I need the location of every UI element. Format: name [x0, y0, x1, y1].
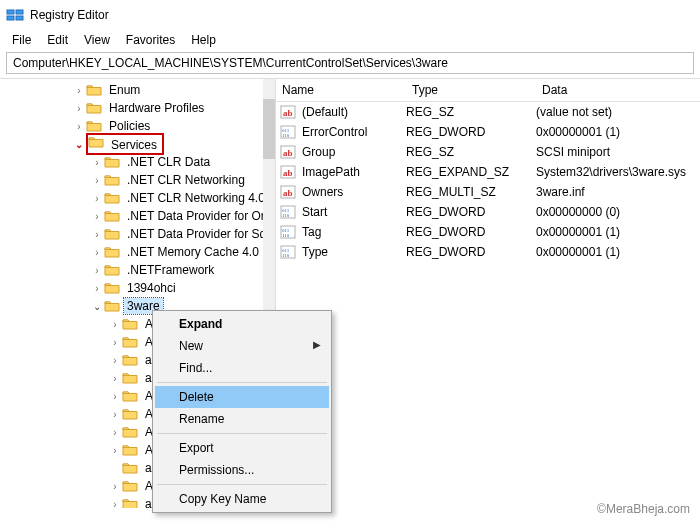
col-header-type[interactable]: Type: [406, 79, 536, 101]
string-value-icon: ab: [280, 184, 296, 200]
svg-text:110: 110: [282, 233, 290, 238]
menu-file[interactable]: File: [4, 31, 39, 49]
cm-rename[interactable]: Rename: [155, 408, 329, 430]
tree-item-label: 1394ohci: [124, 280, 179, 296]
chevron-right-icon[interactable]: ›: [108, 391, 122, 402]
cm-permissions[interactable]: Permissions...: [155, 459, 329, 481]
value-type: REG_DWORD: [406, 125, 536, 139]
tree-item[interactable]: ›.NET CLR Networking: [0, 171, 275, 189]
value-data: 3ware.inf: [536, 185, 700, 199]
tree-item-label: Services: [108, 137, 160, 153]
chevron-right-icon[interactable]: ›: [90, 157, 104, 168]
value-name: Start: [300, 205, 406, 219]
chevron-right-icon[interactable]: ›: [108, 373, 122, 384]
svg-text:110: 110: [282, 253, 290, 258]
tree-item[interactable]: ›Enum: [0, 81, 275, 99]
values-header: Name Type Data: [276, 79, 700, 102]
tree-item[interactable]: ›.NET Data Provider for Or: [0, 207, 275, 225]
value-row[interactable]: abGroupREG_SZSCSI miniport: [276, 142, 700, 162]
tree-item[interactable]: ›1394ohci: [0, 279, 275, 297]
folder-icon: [122, 425, 138, 439]
value-name: (Default): [300, 105, 406, 119]
svg-text:ab: ab: [283, 168, 293, 178]
tree-item-label: Enum: [106, 82, 143, 98]
menu-favorites[interactable]: Favorites: [118, 31, 183, 49]
value-data: SCSI miniport: [536, 145, 700, 159]
value-row[interactable]: abImagePathREG_EXPAND_SZSystem32\drivers…: [276, 162, 700, 182]
value-row[interactable]: 011110TypeREG_DWORD0x00000001 (1): [276, 242, 700, 262]
cm-copy-key[interactable]: Copy Key Name: [155, 488, 329, 510]
cm-find[interactable]: Find...: [155, 357, 329, 379]
tree-item[interactable]: ›.NET CLR Networking 4.0: [0, 189, 275, 207]
chevron-right-icon[interactable]: ›: [72, 103, 86, 114]
chevron-right-icon[interactable]: ›: [90, 175, 104, 186]
folder-icon: [104, 281, 120, 295]
col-header-data[interactable]: Data: [536, 79, 700, 101]
value-row[interactable]: 011110ErrorControlREG_DWORD0x00000001 (1…: [276, 122, 700, 142]
main-split: ›Enum›Hardware Profiles›Policies⌄Service…: [0, 78, 700, 508]
chevron-right-icon[interactable]: ›: [90, 247, 104, 258]
folder-icon: [86, 101, 102, 115]
value-type: REG_SZ: [406, 145, 536, 159]
chevron-right-icon[interactable]: ›: [90, 283, 104, 294]
binary-value-icon: 011110: [280, 204, 296, 220]
value-row[interactable]: abOwnersREG_MULTI_SZ3ware.inf: [276, 182, 700, 202]
folder-icon: [122, 461, 138, 475]
value-name: Owners: [300, 185, 406, 199]
chevron-right-icon[interactable]: ›: [90, 265, 104, 276]
watermark: ©MeraBheja.com: [597, 502, 690, 516]
value-data: 0x00000001 (1): [536, 125, 700, 139]
chevron-right-icon[interactable]: ›: [90, 193, 104, 204]
folder-icon: [88, 135, 104, 149]
tree-item[interactable]: ›.NET Data Provider for Sq: [0, 225, 275, 243]
window-title: Registry Editor: [30, 8, 109, 22]
chevron-right-icon[interactable]: ›: [108, 481, 122, 492]
context-menu: Expand New ▶ Find... Delete Rename Expor…: [152, 310, 332, 513]
folder-icon: [104, 173, 120, 187]
col-header-name[interactable]: Name: [276, 79, 406, 101]
tree-item[interactable]: ›.NET Memory Cache 4.0: [0, 243, 275, 261]
chevron-right-icon[interactable]: ›: [108, 499, 122, 509]
tree-item-label: .NET CLR Networking: [124, 172, 248, 188]
chevron-right-icon[interactable]: ›: [108, 319, 122, 330]
tree-item[interactable]: ›.NETFramework: [0, 261, 275, 279]
menu-view[interactable]: View: [76, 31, 118, 49]
chevron-right-icon[interactable]: ›: [108, 409, 122, 420]
value-data: 0x00000001 (1): [536, 245, 700, 259]
chevron-right-icon[interactable]: ›: [72, 85, 86, 96]
chevron-right-icon[interactable]: ›: [72, 121, 86, 132]
cm-delete[interactable]: Delete: [155, 386, 329, 408]
chevron-right-icon[interactable]: ›: [90, 211, 104, 222]
value-row[interactable]: 011110TagREG_DWORD0x00000001 (1): [276, 222, 700, 242]
value-row[interactable]: ab(Default)REG_SZ(value not set): [276, 102, 700, 122]
chevron-down-icon[interactable]: ⌄: [72, 139, 86, 150]
binary-value-icon: 011110: [280, 124, 296, 140]
submenu-arrow-icon: ▶: [313, 339, 321, 350]
svg-text:ab: ab: [283, 188, 293, 198]
chevron-right-icon[interactable]: ›: [90, 229, 104, 240]
cm-separator: [157, 484, 327, 485]
svg-text:ab: ab: [283, 108, 293, 118]
chevron-right-icon[interactable]: ›: [108, 355, 122, 366]
value-row[interactable]: 011110StartREG_DWORD0x00000000 (0): [276, 202, 700, 222]
tree-item[interactable]: ⌄Services: [0, 135, 275, 153]
cm-export[interactable]: Export: [155, 437, 329, 459]
cm-expand[interactable]: Expand: [155, 313, 329, 335]
string-value-icon: ab: [280, 164, 296, 180]
address-bar[interactable]: Computer\HKEY_LOCAL_MACHINE\SYSTEM\Curre…: [6, 52, 694, 74]
folder-icon: [104, 209, 120, 223]
value-data: (value not set): [536, 105, 700, 119]
tree-item[interactable]: ›Hardware Profiles: [0, 99, 275, 117]
menu-edit[interactable]: Edit: [39, 31, 76, 49]
tree-item[interactable]: ›.NET CLR Data: [0, 153, 275, 171]
value-type: REG_EXPAND_SZ: [406, 165, 536, 179]
menu-help[interactable]: Help: [183, 31, 224, 49]
folder-icon: [86, 119, 102, 133]
chevron-right-icon[interactable]: ›: [108, 427, 122, 438]
folder-icon: [122, 317, 138, 331]
chevron-right-icon[interactable]: ›: [108, 445, 122, 456]
binary-value-icon: 011110: [280, 224, 296, 240]
chevron-right-icon[interactable]: ›: [108, 337, 122, 348]
cm-new[interactable]: New ▶: [155, 335, 329, 357]
chevron-down-icon[interactable]: ⌄: [90, 301, 104, 312]
